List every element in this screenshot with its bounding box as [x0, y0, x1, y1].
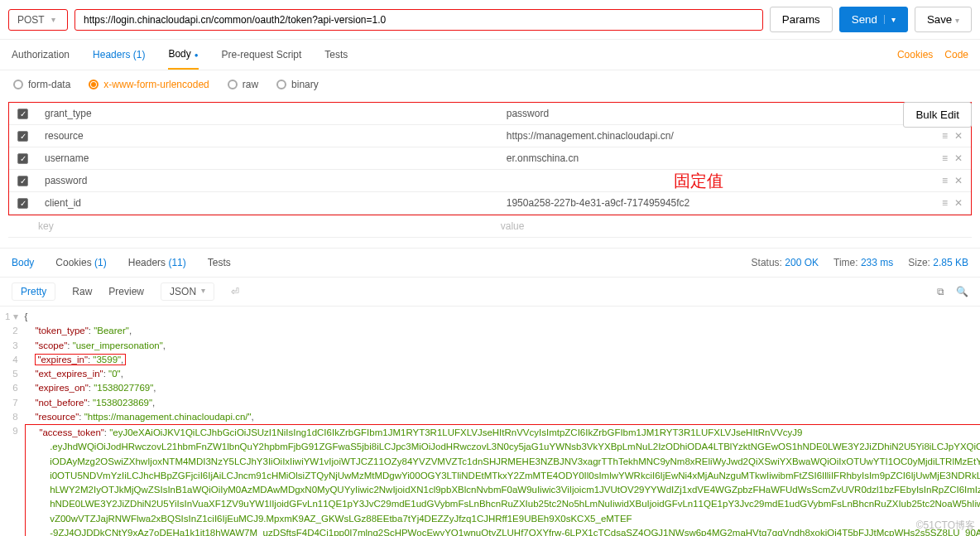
key-cell[interactable]: password [36, 170, 498, 192]
url-input[interactable] [74, 9, 763, 31]
close-icon[interactable]: ✕ [954, 152, 963, 164]
tab-prerequest[interactable]: Pre-request Script [222, 41, 302, 69]
time-label: Time: 233 ms [833, 257, 893, 268]
drag-icon[interactable]: ≡ [942, 130, 948, 142]
checkbox[interactable]: ✓ [17, 176, 28, 186]
save-button[interactable]: Save ▾ [915, 7, 972, 32]
tab-authorization[interactable]: Authorization [12, 41, 70, 69]
table-row: ✓ resource https://management.chinacloud… [9, 125, 971, 147]
value-cell[interactable]: https://management.chinacloudapi.cn/ [498, 125, 927, 147]
status-label: Status: 200 OK [752, 257, 819, 268]
annotation-fixed-value: 固定值 [674, 170, 723, 192]
key-placeholder[interactable]: key [30, 215, 492, 238]
params-button[interactable]: Params [770, 7, 833, 32]
line-gutter: 1 ▾ 2 3 4 5 6 7 8 9 10 11 [0, 310, 25, 536]
chevron-down-icon: ▾ [955, 16, 959, 25]
value-cell[interactable]: password [498, 103, 927, 125]
http-method-label: POST [17, 14, 45, 26]
radio-formdata[interactable]: form-data [13, 79, 70, 90]
cookies-link[interactable]: Cookies [897, 49, 933, 60]
tab-headers[interactable]: Headers (1) [93, 41, 145, 69]
watermark: ©51CTO博客 [916, 519, 975, 533]
lang-select[interactable]: JSON▾ [161, 282, 214, 301]
key-cell[interactable]: grant_type [36, 103, 498, 125]
placeholder-row: key value [8, 215, 972, 238]
send-button[interactable]: Send ▾ [839, 7, 908, 32]
key-cell[interactable]: resource [36, 125, 498, 147]
radio-binary[interactable]: binary [276, 79, 319, 90]
table-row: ✓ password ≡✕ [9, 170, 971, 192]
checkbox[interactable]: ✓ [17, 109, 28, 119]
body-type-radios: form-data x-www-form-urlencoded raw bina… [0, 70, 980, 99]
wrap-icon[interactable]: ⏎ [231, 286, 239, 297]
size-label: Size: 2.85 KB [908, 257, 968, 268]
view-raw[interactable]: Raw [72, 286, 92, 297]
code-link[interactable]: Code [944, 49, 968, 60]
tab-response-headers[interactable]: Headers (11) [128, 257, 186, 268]
request-bar: POST ▾ Params Send ▾ Save ▾ [0, 0, 980, 40]
search-icon[interactable]: 🔍 [956, 286, 968, 297]
tab-response-body[interactable]: Body [12, 257, 34, 268]
bulk-edit-button[interactable]: Bulk Edit [903, 102, 972, 128]
checkbox[interactable]: ✓ [17, 131, 28, 142]
table-row: ✓ client_id 1950a258-227b-4e31-a9cf-7174… [9, 192, 971, 215]
checkbox[interactable]: ✓ [17, 153, 28, 164]
json-code[interactable]: { "token_type": "Bearer", "scope": "user… [25, 310, 980, 536]
checkbox[interactable]: ✓ [17, 198, 28, 209]
close-icon[interactable]: ✕ [954, 175, 963, 186]
key-cell[interactable]: username [36, 147, 498, 170]
radio-raw[interactable]: raw [228, 79, 258, 90]
form-data-table: ✓ grant_type password ≡✕ ✓ resource http… [8, 102, 972, 215]
table-row: ✓ grant_type password ≡✕ [9, 103, 971, 125]
tab-response-tests[interactable]: Tests [208, 257, 231, 268]
drag-icon[interactable]: ≡ [942, 197, 948, 209]
tab-response-cookies[interactable]: Cookies (1) [55, 257, 106, 268]
chevron-down-icon[interactable]: ▾ [884, 15, 896, 24]
view-pretty[interactable]: Pretty [12, 282, 55, 301]
value-placeholder[interactable]: value [492, 215, 930, 238]
close-icon[interactable]: ✕ [954, 197, 963, 209]
response-viewer-options: Pretty Raw Preview JSON▾ ⏎ ⧉ 🔍 [0, 278, 980, 307]
value-cell[interactable]: 1950a258-227b-4e31-a9cf-717495945fc2 [498, 192, 927, 215]
view-preview[interactable]: Preview [108, 286, 144, 297]
radio-xform[interactable]: x-www-form-urlencoded [89, 79, 209, 90]
send-button-label: Send [852, 13, 877, 26]
response-tabs: Body Cookies (1) Headers (11) Tests Stat… [0, 248, 980, 278]
key-cell[interactable]: client_id [36, 192, 498, 215]
table-row: ✓ username er.onmschina.cn ≡✕ [9, 147, 971, 170]
drag-icon[interactable]: ≡ [942, 175, 948, 186]
drag-icon[interactable]: ≡ [942, 152, 948, 164]
request-tabs: Authorization Headers (1) Body Pre-reque… [0, 40, 980, 70]
close-icon[interactable]: ✕ [954, 130, 963, 142]
value-cell[interactable]: er.onmschina.cn [498, 147, 927, 170]
chevron-down-icon: ▾ [201, 286, 205, 297]
chevron-down-icon: ▾ [51, 15, 55, 24]
tab-body[interactable]: Body [168, 40, 198, 70]
http-method-select[interactable]: POST ▾ [8, 9, 68, 31]
response-body: 1 ▾ 2 3 4 5 6 7 8 9 10 11 { "token_type"… [0, 307, 980, 536]
copy-icon[interactable]: ⧉ [937, 286, 944, 297]
tab-tests[interactable]: Tests [324, 41, 348, 69]
